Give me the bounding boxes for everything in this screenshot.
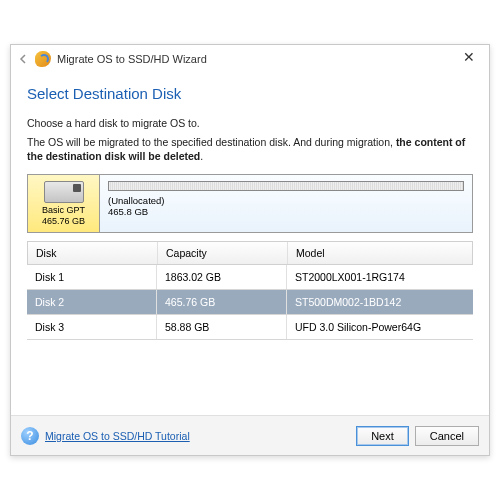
header-model: Model xyxy=(288,242,472,264)
cell-capacity: 58.88 GB xyxy=(157,315,287,339)
instruction-pre: The OS will be migrated to the specified… xyxy=(27,136,396,148)
cancel-button[interactable]: Cancel xyxy=(415,426,479,446)
page-heading: Select Destination Disk xyxy=(27,85,473,102)
cell-model: ST2000LX001-1RG174 xyxy=(287,265,473,289)
header-disk: Disk xyxy=(28,242,158,264)
cell-capacity: 1863.02 GB xyxy=(157,265,287,289)
partition-label: (Unallocated) xyxy=(108,195,464,206)
help-icon[interactable]: ? xyxy=(21,427,39,445)
hdd-icon xyxy=(44,181,84,203)
partition-bar xyxy=(108,181,464,191)
cell-model: UFD 3.0 Silicon-Power64G xyxy=(287,315,473,339)
partition-map: (Unallocated) 465.8 GB xyxy=(100,175,472,232)
back-icon[interactable] xyxy=(17,52,31,66)
disk-icon-block: Basic GPT 465.76 GB xyxy=(28,175,100,232)
table-header: Disk Capacity Model xyxy=(27,241,473,265)
cell-disk: Disk 2 xyxy=(27,290,157,314)
disk-table: Disk Capacity Model Disk 11863.02 GBST20… xyxy=(27,241,473,340)
table-row[interactable]: Disk 11863.02 GBST2000LX001-1RG174 xyxy=(27,265,473,290)
table-body: Disk 11863.02 GBST2000LX001-1RG174Disk 2… xyxy=(27,265,473,340)
cell-model: ST500DM002-1BD142 xyxy=(287,290,473,314)
disk-size: 465.76 GB xyxy=(42,216,85,226)
app-icon xyxy=(35,51,51,67)
cell-capacity: 465.76 GB xyxy=(157,290,287,314)
titlebar: Migrate OS to SSD/HD Wizard xyxy=(11,45,489,73)
next-button[interactable]: Next xyxy=(356,426,409,446)
content-area: Select Destination Disk Choose a hard di… xyxy=(11,73,489,415)
instruction-line-1: Choose a hard disk to migrate OS to. xyxy=(27,116,473,131)
disk-type: Basic GPT xyxy=(42,205,85,216)
instruction-line-2: The OS will be migrated to the specified… xyxy=(27,135,473,164)
window-title: Migrate OS to SSD/HD Wizard xyxy=(57,53,207,65)
partition-size: 465.8 GB xyxy=(108,206,464,217)
footer: ? Migrate OS to SSD/HD Tutorial Next Can… xyxy=(11,415,489,455)
cell-disk: Disk 3 xyxy=(27,315,157,339)
cell-disk: Disk 1 xyxy=(27,265,157,289)
close-icon[interactable]: ✕ xyxy=(457,47,481,67)
instruction-post: . xyxy=(200,150,203,162)
table-row[interactable]: Disk 358.88 GBUFD 3.0 Silicon-Power64G xyxy=(27,315,473,340)
table-row[interactable]: Disk 2465.76 GBST500DM002-1BD142 xyxy=(27,290,473,315)
tutorial-link[interactable]: Migrate OS to SSD/HD Tutorial xyxy=(45,430,190,442)
header-capacity: Capacity xyxy=(158,242,288,264)
selected-disk-panel: Basic GPT 465.76 GB (Unallocated) 465.8 … xyxy=(27,174,473,233)
wizard-dialog: ✕ Migrate OS to SSD/HD Wizard Select Des… xyxy=(10,44,490,456)
